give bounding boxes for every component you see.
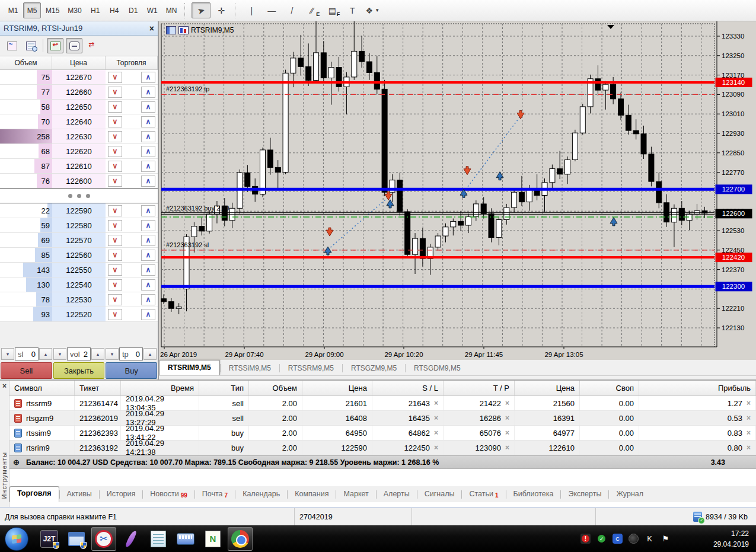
j2t-app[interactable]: J2T xyxy=(37,527,62,551)
volume-icon[interactable] xyxy=(693,534,703,544)
buy-at-price-button[interactable]: ∧ xyxy=(141,116,155,127)
on-screen-keyboard[interactable] xyxy=(173,527,198,551)
timeframe-m15[interactable]: M15 xyxy=(42,2,63,18)
position-row[interactable]: rtsgzm92123620192019.04.29 13:27:29sell2… xyxy=(9,411,756,426)
buy-at-price-button[interactable]: ∧ xyxy=(141,235,155,246)
remove-sl-icon[interactable]: × xyxy=(434,443,438,452)
toolbox-tab-история[interactable]: История xyxy=(100,487,142,502)
sell-at-price-button[interactable]: ∨ xyxy=(108,220,122,231)
sell-at-price-button[interactable]: ∨ xyxy=(108,264,122,276)
vertical-line-tool[interactable]: | xyxy=(242,2,261,18)
chart-tab-rtsgzm9m5[interactable]: RTSGZM9,M5 xyxy=(343,361,405,375)
shield-blue-icon[interactable]: C xyxy=(613,534,623,544)
equidistant-channel-tool[interactable]: ⁄⁄E xyxy=(302,2,321,18)
tp-field[interactable]: tp0 xyxy=(119,347,143,360)
buy-at-price-button[interactable]: ∧ xyxy=(141,101,155,113)
ladder-view-button[interactable] xyxy=(66,38,82,53)
snipping-tool[interactable]: ✂ xyxy=(91,527,116,551)
sell-at-price-button[interactable]: ∨ xyxy=(108,161,122,172)
fibonacci-tool[interactable]: ▤F xyxy=(323,2,342,18)
kaspersky-icon[interactable]: K xyxy=(645,534,655,544)
timeframe-m5[interactable]: M5 xyxy=(23,2,41,18)
sell-at-price-button[interactable]: ∨ xyxy=(108,131,122,142)
chart-tab-rtssrm9m5[interactable]: RTSSRM9,M5 xyxy=(280,361,342,375)
remove-tp-icon[interactable]: × xyxy=(505,399,509,407)
timeframe-m30[interactable]: M30 xyxy=(64,2,85,18)
timeframe-mn[interactable]: MN xyxy=(162,2,181,18)
sell-at-price-button[interactable]: ∨ xyxy=(108,72,122,83)
sell-at-price-button[interactable]: ∨ xyxy=(108,205,122,216)
notepad[interactable] xyxy=(146,527,171,551)
sell-at-price-button[interactable]: ∨ xyxy=(108,279,122,291)
buy-button[interactable]: Buy xyxy=(106,362,157,379)
taskbar-clock[interactable]: 17:22 29.04.2019 xyxy=(709,528,756,550)
buy-at-price-button[interactable]: ∧ xyxy=(141,161,155,172)
vol-decrease-button[interactable]: ▼ xyxy=(53,348,66,360)
timeframe-h4[interactable]: H4 xyxy=(106,2,123,18)
toolbox-tab-эксперты[interactable]: Эксперты xyxy=(561,487,608,502)
remove-tp-icon[interactable]: × xyxy=(505,443,509,452)
buy-at-price-button[interactable]: ∧ xyxy=(141,176,155,187)
ticks-chart-button[interactable] xyxy=(4,38,20,53)
toolbox-tab-компания[interactable]: Компания xyxy=(288,487,336,502)
timeframe-w1[interactable]: W1 xyxy=(143,2,161,18)
remove-tp-icon[interactable]: × xyxy=(505,414,509,422)
vol-increase-button[interactable]: ▲ xyxy=(91,348,104,360)
toolbox-tab-статьи[interactable]: Статьи1 xyxy=(462,487,505,502)
position-row[interactable]: rtsrim92123631922019.04.29 14:21:38buy2.… xyxy=(9,441,756,455)
toolbox-tab-активы[interactable]: Активы xyxy=(60,487,99,502)
toolbox-tab-библиотека[interactable]: Библиотека xyxy=(506,487,561,502)
buy-at-price-button[interactable]: ∧ xyxy=(141,131,155,142)
sl-increase-button[interactable]: ▲ xyxy=(39,348,52,360)
buy-at-price-button[interactable]: ∧ xyxy=(141,220,155,231)
tp-decrease-button[interactable]: ▼ xyxy=(106,348,119,360)
remove-profit-icon[interactable]: × xyxy=(747,399,751,407)
toolbox-tab-маркет[interactable]: Маркет xyxy=(336,487,375,502)
buy-at-price-button[interactable]: ∧ xyxy=(141,146,155,157)
toolbox-tab-календарь[interactable]: Календарь xyxy=(235,487,287,502)
flag-icon[interactable]: ⚑ xyxy=(661,534,671,544)
sell-at-price-button[interactable]: ∨ xyxy=(108,309,122,320)
buy-at-price-button[interactable]: ∧ xyxy=(141,264,155,276)
toolbox-tab-сигналы[interactable]: Сигналы xyxy=(417,487,462,502)
sell-at-price-button[interactable]: ∨ xyxy=(108,87,122,98)
audio-device-icon[interactable] xyxy=(629,534,639,544)
close-position-button[interactable]: Закрыть xyxy=(53,362,105,379)
sl-decrease-button[interactable]: ▼ xyxy=(1,348,14,360)
toolbox-tab-торговля[interactable]: Торговля xyxy=(9,486,59,502)
buy-at-price-button[interactable]: ∧ xyxy=(141,279,155,291)
action-alert-icon[interactable] xyxy=(580,534,591,544)
sell-at-price-button[interactable]: ∨ xyxy=(108,116,122,127)
expand-icon[interactable]: ⊕ xyxy=(13,458,21,467)
sell-button[interactable]: Sell xyxy=(1,362,52,379)
arrows-tool[interactable]: ❖▼ xyxy=(363,2,382,18)
start-button[interactable] xyxy=(5,527,28,551)
position-row[interactable]: rtssrm92123614742019.04.29 13:04:35sell2… xyxy=(9,396,756,411)
cursor-tool[interactable]: ➤ xyxy=(192,2,210,18)
sell-at-price-button[interactable]: ∨ xyxy=(108,235,122,246)
dropdown-caret-icon[interactable]: ▼ xyxy=(375,8,379,13)
toolbox-tab-алерты[interactable]: Алерты xyxy=(377,487,417,502)
remove-tp-icon[interactable]: × xyxy=(505,429,509,437)
dom-toggle-icon[interactable] xyxy=(166,26,176,34)
remove-sl-icon[interactable]: × xyxy=(434,429,438,437)
sync-ok-icon[interactable] xyxy=(596,534,607,544)
buy-at-price-button[interactable]: ∧ xyxy=(141,205,155,216)
sl-field[interactable]: sl0 xyxy=(15,347,39,360)
sell-at-price-button[interactable]: ∨ xyxy=(108,176,122,187)
buy-at-price-button[interactable]: ∧ xyxy=(141,294,155,305)
timeframe-m1[interactable]: M1 xyxy=(4,2,22,18)
notepad-plus[interactable] xyxy=(200,527,225,551)
orders-table-button[interactable] xyxy=(23,38,39,53)
text-tool[interactable]: T xyxy=(343,2,362,18)
timeframe-h1[interactable]: H1 xyxy=(87,2,104,18)
toolbox-tab-почта[interactable]: Почта7 xyxy=(195,487,235,502)
buy-at-price-button[interactable]: ∧ xyxy=(141,87,155,98)
network-icon[interactable] xyxy=(677,534,687,544)
advanced-mode-button[interactable] xyxy=(47,38,63,53)
chart-tab-rtsrim9m5[interactable]: RTSRIM9,M5 xyxy=(159,360,220,375)
chrome[interactable] xyxy=(228,527,253,551)
remove-profit-icon[interactable]: × xyxy=(747,443,751,452)
buy-at-price-button[interactable]: ∧ xyxy=(141,309,155,320)
buy-at-price-button[interactable]: ∧ xyxy=(141,72,155,83)
